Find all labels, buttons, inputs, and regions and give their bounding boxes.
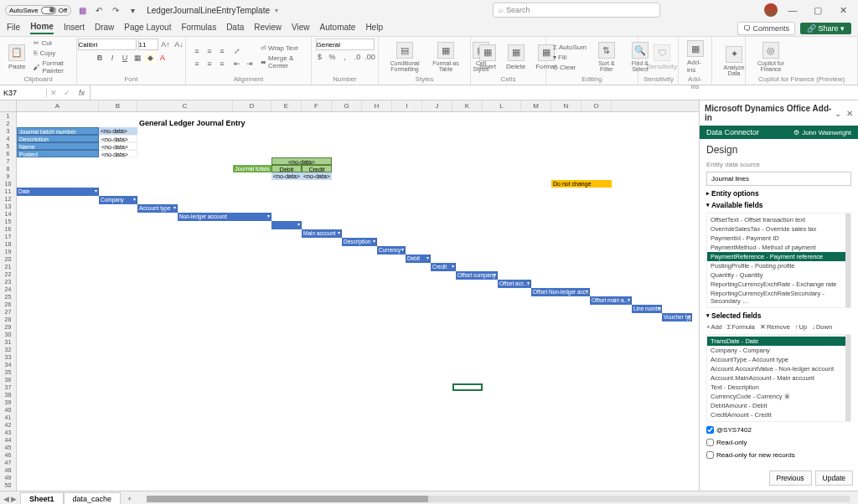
percent-icon[interactable]: % [327, 51, 339, 63]
table-header[interactable]: Account type [137, 204, 178, 213]
wrap-text-button[interactable]: ⏎ Wrap Text [259, 44, 306, 53]
row-head-43[interactable]: 43 [0, 429, 16, 436]
selected-field[interactable]: AccountType - Account type [707, 355, 850, 364]
col-head-H[interactable]: H [362, 100, 392, 111]
row-head-27[interactable]: 27 [0, 308, 16, 316]
table-header[interactable]: Offset main a… [590, 296, 632, 305]
row-head-7[interactable]: 7 [0, 157, 16, 165]
data-source-input[interactable]: Journal lines [706, 172, 851, 186]
table-header[interactable]: Credit [431, 263, 456, 271]
do-not-change[interactable]: Do not change [551, 180, 612, 188]
enter-icon[interactable]: ✓ [60, 89, 74, 97]
row-head-37[interactable]: 37 [0, 383, 16, 391]
sheet-tab-1[interactable]: Sheet1 [20, 492, 64, 504]
tab-formulas[interactable]: Formulas [181, 23, 216, 33]
underline-button[interactable]: U [119, 52, 131, 64]
tab-file[interactable]: File [7, 23, 20, 33]
selected-field[interactable]: Text - Description [707, 383, 850, 392]
remove-field-button[interactable]: ✕ Remove [760, 323, 790, 331]
col-head-O[interactable]: O [581, 100, 612, 111]
minimize-button[interactable]: — [783, 5, 803, 15]
delete-cells-button[interactable]: ▦Delete [503, 43, 529, 72]
row-head-47[interactable]: 47 [0, 459, 16, 466]
avatar[interactable] [764, 3, 778, 17]
available-field[interactable]: PaymentMethod - Method of payment [707, 243, 850, 252]
align-center-icon[interactable]: ≡ [204, 58, 215, 69]
row-head-49[interactable]: 49 [0, 474, 16, 481]
row-head-48[interactable]: 48 [0, 466, 16, 474]
table-header[interactable]: Line number [632, 305, 662, 313]
fill-color-button[interactable]: ◆ [144, 52, 156, 64]
table-header[interactable]: Debit [406, 255, 431, 263]
batch-value[interactable]: <no-data> [99, 127, 137, 135]
copy-button[interactable]: ⎘ Copy [32, 49, 71, 58]
table-header[interactable]: Non-ledger account [178, 213, 271, 221]
pane-close-icon[interactable]: ✕ [846, 109, 853, 118]
row-head-20[interactable]: 20 [0, 255, 16, 263]
jt-debit-val[interactable]: <no-data> [271, 172, 302, 180]
align-right-icon[interactable]: ≡ [216, 58, 228, 69]
cancel-icon[interactable]: ✕ [47, 89, 60, 97]
border-button[interactable]: ▦ [132, 52, 143, 64]
increase-font-icon[interactable]: A↑ [160, 39, 172, 50]
conditional-formatting-button[interactable]: ▤Conditional Formatting [384, 40, 426, 74]
sheet-tab-2[interactable]: data_cache [64, 492, 121, 504]
fill-button[interactable]: ▾ Fill [551, 53, 588, 62]
row-head-10[interactable]: 10 [0, 180, 16, 188]
comments-button[interactable]: 🗨 Comments [737, 22, 795, 35]
maximize-button[interactable]: ▢ [808, 5, 828, 16]
row-head-21[interactable]: 21 [0, 263, 16, 270]
decrease-font-icon[interactable]: A↓ [173, 39, 185, 50]
row-head-16[interactable]: 16 [0, 225, 16, 233]
selected-field[interactable]: Account.MainAccount - Main account [707, 373, 850, 383]
row-head-38[interactable]: 38 [0, 391, 16, 399]
row-head-4[interactable]: 4 [0, 135, 16, 142]
col-head-M[interactable]: M [521, 100, 551, 111]
available-field[interactable]: OverrideSalesTax - Override sales tax [707, 224, 850, 234]
orientation-icon[interactable]: ⤢ [231, 45, 243, 57]
number-format-select[interactable] [316, 39, 375, 50]
row-head-34[interactable]: 34 [0, 361, 16, 368]
row-head-23[interactable]: 23 [0, 278, 16, 285]
sys-checkbox[interactable] [706, 426, 714, 434]
addins-button[interactable]: ▦Add-ins [684, 39, 707, 75]
move-down-button[interactable]: ↓ Down [812, 323, 832, 331]
selected-field[interactable]: Company - Company [707, 346, 850, 355]
tab-page-layout[interactable]: Page Layout [124, 23, 171, 33]
active-cell[interactable] [452, 383, 483, 391]
row-head-5[interactable]: 5 [0, 142, 16, 150]
col-head-E[interactable]: E [271, 100, 302, 111]
row-head-8[interactable]: 8 [0, 165, 16, 172]
row-head-9[interactable]: 9 [0, 172, 16, 180]
add-sheet-button[interactable]: + [121, 495, 138, 503]
undo-icon[interactable]: ↶ [93, 4, 105, 16]
search-input[interactable]: ⌕ Search [493, 3, 660, 18]
col-head-A[interactable]: A [17, 100, 99, 111]
italic-button[interactable]: I [106, 52, 118, 64]
tab-data[interactable]: Data [226, 23, 244, 33]
name-label[interactable]: Name [17, 142, 99, 150]
tab-review[interactable]: Review [254, 23, 282, 33]
inc-dec-icon[interactable]: .0 [352, 51, 364, 63]
pane-dropdown-icon[interactable]: ⌄ [835, 109, 841, 118]
jt-debit[interactable]: Debit [271, 165, 302, 172]
col-head-D[interactable]: D [233, 100, 271, 111]
row-head-2[interactable]: 2 [0, 120, 16, 127]
comma-icon[interactable]: , [339, 51, 351, 63]
document-title[interactable]: LedgerJournalLineEntryTemplate [147, 6, 270, 15]
row-head-30[interactable]: 30 [0, 331, 16, 338]
row-head-6[interactable]: 6 [0, 150, 16, 157]
row-head-46[interactable]: 46 [0, 451, 16, 459]
dec-indent-icon[interactable]: ⇤ [231, 58, 243, 69]
available-field[interactable]: ReportingCurrencyExchRate - Exchange rat… [707, 280, 850, 289]
sheet-title[interactable]: General Ledger Journal Entry [137, 120, 305, 127]
row-head-15[interactable]: 15 [0, 218, 16, 225]
row-head-40[interactable]: 40 [0, 406, 16, 414]
tab-automate[interactable]: Automate [320, 23, 356, 33]
col-head-J[interactable]: J [422, 100, 452, 111]
table-header[interactable]: Offset company [456, 271, 498, 280]
align-mid-icon[interactable]: ≡ [204, 45, 215, 57]
align-top-icon[interactable]: ≡ [191, 45, 203, 57]
available-field[interactable]: Quantity - Quantity [707, 270, 850, 280]
available-fields-list[interactable]: OffsetText - Offset transaction textOver… [706, 213, 851, 308]
